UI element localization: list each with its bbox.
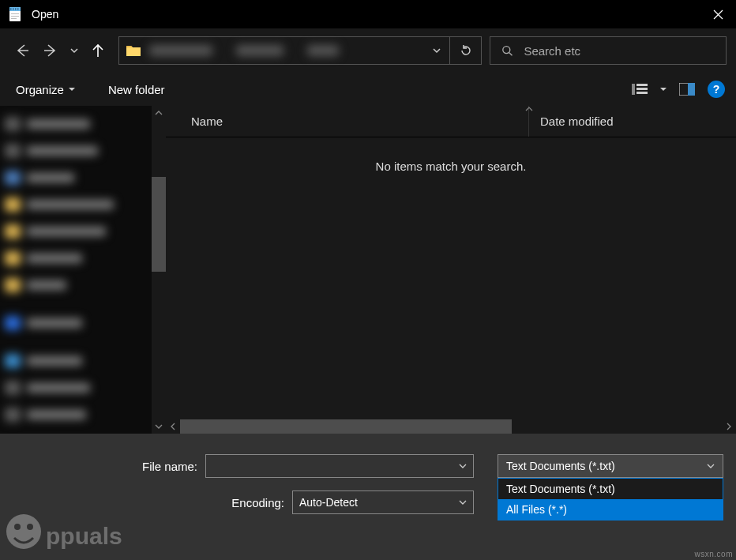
filetype-option[interactable]: Text Documents (*.txt) [498,479,723,499]
navigation-bar [0,28,736,73]
column-header-date[interactable]: Date modified [529,115,614,128]
search-input[interactable] [524,44,726,58]
window-title: Open [32,8,700,21]
close-icon [713,9,723,20]
chevron-down-icon [707,462,715,470]
address-bar[interactable] [118,36,482,65]
address-path [149,43,424,58]
empty-message: No items match your search. [166,137,736,173]
svg-rect-5 [17,8,19,10]
filetype-dropdown[interactable]: Text Documents (*.txt) Text Documents (*… [498,454,723,521]
svg-rect-7 [11,16,19,17]
search-icon [501,44,513,57]
scroll-left-button[interactable] [166,419,180,434]
svg-text:ppuals: ppuals [46,523,122,549]
body-area: Name Date modified No items match your s… [0,106,736,434]
encoding-label: Encoding: [0,496,292,509]
svg-rect-6 [11,13,19,14]
horizontal-scrollbar[interactable] [166,419,736,434]
tree-scrollbar[interactable] [152,106,166,434]
caret-down-icon[interactable] [660,86,667,92]
recent-locations-button[interactable] [66,38,82,63]
filetype-option[interactable]: All Files (*.*) [498,499,723,520]
scroll-up-button[interactable] [152,106,166,120]
filename-input[interactable] [205,454,474,478]
search-box[interactable] [490,36,727,65]
svg-rect-8 [11,18,17,19]
help-button[interactable]: ? [708,81,725,98]
filetype-selected[interactable]: Text Documents (*.txt) [498,454,723,478]
sort-indicator-icon [525,106,533,112]
organize-button[interactable]: Organize [11,80,80,100]
toolbar: Organize New folder ? [0,73,736,106]
scroll-down-button[interactable] [152,419,166,434]
back-button[interactable] [9,38,35,63]
view-options-button[interactable] [629,78,651,100]
notepad-icon [8,6,24,22]
source-watermark: wsxn.com [695,550,733,558]
svg-point-11 [503,47,510,54]
footer-panel: File name: Encoding: Auto-Detect Text Do… [0,434,736,560]
organize-label: Organize [16,83,64,96]
arrow-right-icon [43,43,58,58]
navigation-tree[interactable] [0,106,166,434]
svg-rect-14 [636,84,648,86]
filename-label: File name: [0,460,205,473]
encoding-select[interactable]: Auto-Detect [292,490,474,514]
up-button[interactable] [85,38,111,63]
preview-pane-icon [679,83,695,96]
svg-rect-13 [632,84,635,95]
refresh-button[interactable] [449,36,481,65]
help-icon: ? [713,83,720,96]
svg-point-21 [27,524,33,530]
file-list-area: Name Date modified No items match your s… [166,106,736,434]
caret-down-icon [69,86,75,92]
title-bar: Open [0,0,736,28]
new-folder-label: New folder [108,83,165,96]
close-button[interactable] [700,0,736,28]
column-headers: Name Date modified [166,106,736,137]
arrow-left-icon [14,43,30,58]
svg-point-20 [14,524,21,530]
scroll-thumb[interactable] [180,419,512,434]
scroll-right-button[interactable] [722,419,736,434]
svg-rect-16 [636,92,648,94]
svg-rect-18 [688,83,695,96]
chevron-down-icon [432,46,441,55]
chevron-down-icon [459,498,467,506]
address-dropdown-button[interactable] [424,37,449,64]
view-list-icon [632,82,648,96]
column-header-name[interactable]: Name [166,106,529,137]
preview-pane-button[interactable] [676,78,698,100]
scroll-thumb[interactable] [152,177,166,272]
folder-icon [126,43,141,58]
chevron-down-icon [69,46,79,55]
arrow-up-icon [90,43,106,58]
forward-button[interactable] [38,38,63,63]
svg-rect-4 [15,8,17,10]
svg-line-12 [509,53,513,56]
watermark-logo: ppuals [3,513,137,557]
refresh-icon [460,44,472,57]
svg-rect-2 [10,8,12,10]
chevron-down-icon [459,462,467,470]
svg-rect-3 [13,8,14,10]
filetype-options-list: Text Documents (*.txt) All Files (*.*) [498,478,723,521]
svg-rect-15 [636,88,648,90]
new-folder-button[interactable]: New folder [103,80,170,100]
